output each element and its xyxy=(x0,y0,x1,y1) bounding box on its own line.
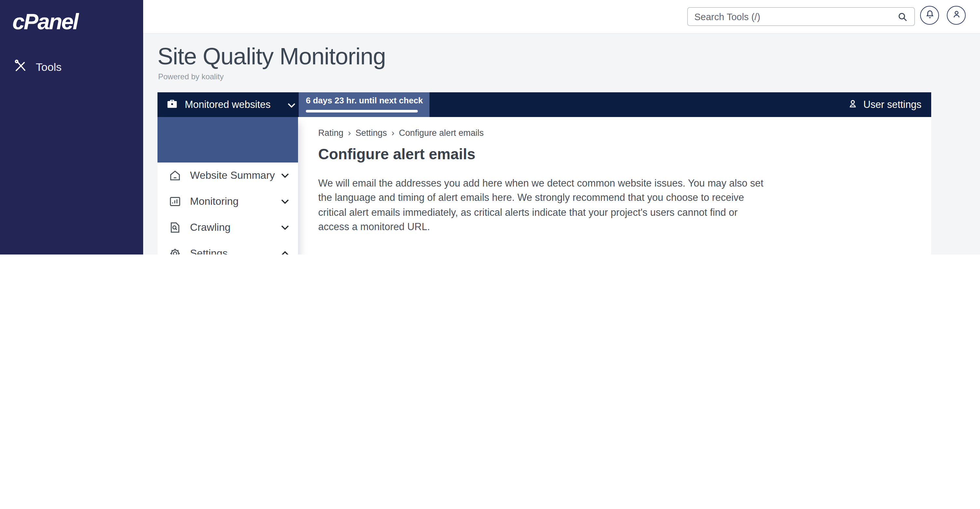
sidebar: cPanel Tools xyxy=(0,0,143,255)
nav-item-website-summary[interactable]: Website Summary xyxy=(158,163,298,189)
breadcrumb-separator: › xyxy=(348,128,351,138)
nav-item-monitoring[interactable]: Monitoring xyxy=(158,189,298,214)
account-button[interactable] xyxy=(947,6,966,25)
monitored-websites-label: Monitored websites xyxy=(185,99,271,111)
sidebar-item-label: Tools xyxy=(36,61,62,74)
monitored-websites-dropdown[interactable]: Monitored websites xyxy=(158,92,299,117)
sidebar-item-tools[interactable]: Tools xyxy=(0,55,143,81)
search-icon[interactable] xyxy=(897,11,908,22)
app-toolbar: Monitored websites 6 days 23 hr. until n… xyxy=(158,92,931,117)
chevron-down-icon xyxy=(281,199,289,204)
nav-item-label: Monitoring xyxy=(190,196,239,208)
search-input[interactable] xyxy=(688,8,897,25)
breadcrumb-separator: › xyxy=(391,128,395,138)
nav-item-label: Website Summary xyxy=(190,170,275,181)
next-check-progress-fill xyxy=(306,109,418,113)
selected-website-block[interactable] xyxy=(158,117,298,163)
briefcase-icon xyxy=(166,97,178,112)
user-icon xyxy=(951,9,961,22)
next-check-text: 6 days 23 hr. until next check xyxy=(306,95,422,105)
breadcrumb-settings[interactable]: Settings xyxy=(355,128,387,138)
next-check-status: 6 days 23 hr. until next check xyxy=(299,92,430,117)
chevron-down-icon xyxy=(281,173,289,178)
home-icon xyxy=(169,169,181,182)
gear-icon xyxy=(169,247,181,255)
tools-icon xyxy=(14,59,27,76)
nav-item-label: Crawling xyxy=(190,222,231,233)
chevron-down-icon xyxy=(288,99,296,111)
section-heading: Configure alert emails xyxy=(318,146,476,163)
app-nav: Website Summary Monitoring Crawling Sett… xyxy=(158,117,298,255)
breadcrumb: Rating › Settings › Configure alert emai… xyxy=(318,128,484,138)
user-icon xyxy=(847,98,858,111)
page-title: Site Quality Monitoring xyxy=(158,43,385,70)
search-box[interactable] xyxy=(687,7,915,26)
chevron-up-icon xyxy=(281,251,289,255)
nav-item-crawling[interactable]: Crawling xyxy=(158,214,298,241)
chevron-down-icon xyxy=(281,225,289,230)
user-settings-label: User settings xyxy=(863,99,921,111)
section-description: We will email the addresses you add here… xyxy=(318,176,770,235)
bell-icon xyxy=(924,9,935,22)
breadcrumb-rating[interactable]: Rating xyxy=(318,128,343,138)
screen: cPanel Tools Site Quality Monitoring Pow… xyxy=(0,0,980,255)
user-settings-button[interactable]: User settings xyxy=(847,92,931,117)
cpanel-logo: cPanel xyxy=(12,9,78,35)
page-search-icon xyxy=(169,221,181,234)
next-check-progress xyxy=(306,109,422,113)
nav-item-settings[interactable]: Settings xyxy=(158,241,298,255)
page-subtitle: Powered by koality xyxy=(158,72,224,81)
notifications-button[interactable] xyxy=(920,6,939,25)
nav-item-label: Settings xyxy=(190,248,228,255)
bar-chart-icon xyxy=(169,195,181,208)
breadcrumb-current: Configure alert emails xyxy=(399,128,484,138)
